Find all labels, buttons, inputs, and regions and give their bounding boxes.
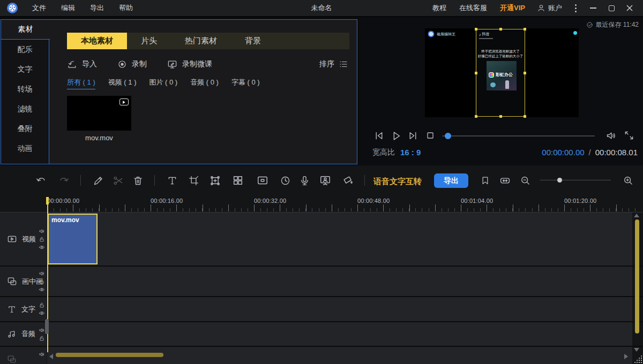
filter-subtitle[interactable]: 字幕 ( 0 ): [231, 78, 260, 89]
menu-export[interactable]: 导出: [83, 3, 111, 13]
close-button[interactable]: [620, 1, 639, 15]
track-volume-icon[interactable]: [39, 327, 45, 333]
selection-handle[interactable]: [475, 115, 477, 118]
speech-text-button[interactable]: 语音文字互转: [373, 177, 422, 187]
track-visibility-icon[interactable]: [39, 244, 45, 251]
speed-button[interactable]: [279, 175, 291, 186]
sidebar-item-material[interactable]: 素材: [1, 20, 50, 40]
track-visibility-icon[interactable]: [39, 286, 45, 293]
playback-slider[interactable]: [442, 135, 595, 136]
track-pip-lane[interactable]: [47, 267, 632, 296]
prev-frame-button[interactable]: [373, 130, 385, 141]
track-text-lane[interactable]: [47, 297, 632, 321]
track-lock-icon[interactable]: [39, 236, 45, 242]
vertical-scrollbar[interactable]: [635, 219, 639, 333]
pip-button[interactable]: [257, 175, 268, 186]
mosaic-button[interactable]: [232, 175, 244, 186]
sidebar-item-text[interactable]: 文字: [1, 59, 49, 79]
track-audio-header[interactable]: 音频: [0, 322, 47, 346]
selection-handle[interactable]: [524, 28, 526, 31]
record-button[interactable]: 录制: [117, 59, 147, 69]
menu-help[interactable]: 帮助: [111, 3, 140, 13]
menu-edit[interactable]: 编辑: [54, 3, 83, 13]
track-lock-icon[interactable]: [39, 302, 45, 308]
sidebar-item-overlay[interactable]: 叠附: [1, 119, 49, 139]
fullscreen-button[interactable]: [624, 130, 634, 141]
sidebar-item-transition[interactable]: 转场: [1, 79, 49, 99]
hscroll-right-arrow[interactable]: [624, 354, 628, 359]
menu-file[interactable]: 文件: [25, 3, 54, 13]
cut-button[interactable]: [112, 175, 124, 186]
vscroll-up-arrow[interactable]: [634, 214, 639, 217]
track-volume-icon[interactable]: [39, 351, 45, 358]
voiceover-button[interactable]: [298, 175, 310, 186]
selection-handle[interactable]: [475, 72, 477, 74]
edit-button[interactable]: [92, 175, 104, 186]
vip-link[interactable]: 开通VIP: [494, 3, 532, 13]
next-frame-button[interactable]: [407, 130, 418, 141]
tab-local-material[interactable]: 本地素材: [67, 33, 127, 49]
volume-button[interactable]: [605, 130, 617, 141]
playhead-handle[interactable]: [46, 197, 49, 204]
media-item-thumbnail[interactable]: [67, 96, 131, 131]
horizontal-scrollbar[interactable]: [56, 353, 163, 357]
track-extra-header[interactable]: [0, 347, 47, 364]
minimize-button[interactable]: [584, 1, 602, 15]
marker-button[interactable]: [479, 175, 491, 186]
aspect-ratio-value[interactable]: 16 : 9: [400, 148, 421, 157]
playback-slider-thumb[interactable]: [445, 133, 451, 139]
stop-button[interactable]: [425, 130, 436, 141]
export-button[interactable]: 导出: [434, 173, 468, 188]
record-lesson-button[interactable]: 录制微课: [167, 59, 212, 70]
track-video-header[interactable]: 视频: [0, 213, 47, 266]
sort-button[interactable]: 排序: [319, 59, 348, 69]
undo-button[interactable]: [35, 175, 47, 186]
filter-all[interactable]: 所有 ( 1 ): [67, 78, 95, 89]
track-lock-icon[interactable]: [39, 278, 45, 285]
hscroll-left-arrow[interactable]: [49, 354, 53, 359]
timeline-zoom-slider[interactable]: [540, 180, 611, 180]
zoom-slider-thumb[interactable]: [557, 178, 562, 183]
filter-video[interactable]: 视频 ( 1 ): [108, 78, 137, 89]
filter-image[interactable]: 图片 ( 0 ): [149, 78, 177, 89]
track-lock-icon[interactable]: [39, 335, 45, 342]
track-text-header[interactable]: 文字: [0, 297, 47, 321]
selection-handle[interactable]: [475, 28, 477, 31]
import-button[interactable]: 导入: [67, 59, 97, 70]
track-visibility-icon[interactable]: [39, 310, 45, 316]
tab-intro[interactable]: 片头: [127, 33, 171, 49]
tab-background[interactable]: 背景: [231, 33, 275, 49]
preview-canvas[interactable]: 视频编辑王 ♪抖音 终于把浏览器光标放大了 好像已经赶上了鼠标的大小了 彩虹办公: [425, 28, 579, 117]
selection-handle[interactable]: [524, 115, 526, 118]
track-pip-header[interactable]: 画中画: [0, 267, 47, 296]
timeline-clip[interactable]: mov.mov: [48, 214, 98, 264]
play-button[interactable]: [390, 130, 402, 142]
track-divider-handle[interactable]: [45, 319, 49, 334]
track-video-lane[interactable]: [47, 213, 632, 266]
fit-timeline-button[interactable]: [499, 175, 511, 186]
more-menu-icon[interactable]: [567, 4, 584, 12]
track-volume-icon[interactable]: [39, 228, 45, 234]
support-link[interactable]: 在线客服: [453, 3, 494, 13]
redo-button[interactable]: [58, 175, 70, 186]
account-button[interactable]: 账户: [532, 3, 567, 13]
crop-button[interactable]: [188, 175, 199, 186]
timeline-ruler[interactable]: 00:00:00.00 00:00:16.00 00:00:32.00 00:0…: [0, 195, 643, 213]
track-volume-icon[interactable]: [39, 270, 45, 277]
selection-handle[interactable]: [499, 115, 502, 118]
maximize-button[interactable]: [602, 1, 620, 15]
rotate-handle[interactable]: [573, 31, 577, 35]
sidebar-item-music[interactable]: 配乐: [1, 40, 49, 59]
filter-audio[interactable]: 音频 ( 0 ): [190, 78, 219, 89]
zoom-out-button[interactable]: [519, 175, 531, 186]
selection-handle[interactable]: [524, 72, 526, 74]
delete-button[interactable]: [132, 175, 144, 186]
presenter-button[interactable]: [319, 175, 331, 186]
selected-video-layer[interactable]: ♪抖音 终于把浏览器光标放大了 好像已经赶上了鼠标的大小了 彩虹办公: [476, 29, 525, 117]
selection-handle[interactable]: [499, 28, 502, 31]
tab-hot-material[interactable]: 热门素材: [171, 33, 231, 49]
zoom-in-button[interactable]: [622, 175, 634, 186]
track-audio-lane[interactable]: [47, 322, 632, 346]
add-text-button[interactable]: [166, 175, 178, 186]
fill-button[interactable]: [342, 175, 354, 186]
